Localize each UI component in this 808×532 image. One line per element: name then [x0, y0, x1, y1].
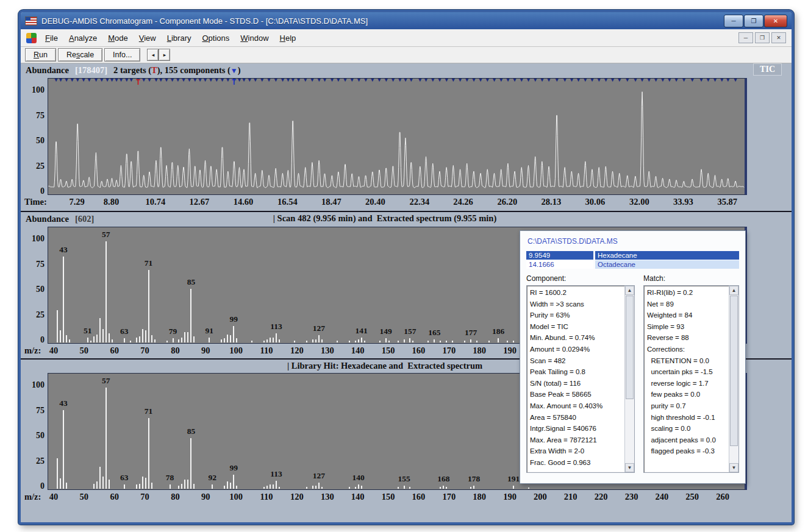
list-item[interactable]: Max. Amount = 0.403%	[530, 400, 624, 412]
hit-row[interactable]: 14.1666Octadecane	[526, 260, 739, 269]
list-item[interactable]: high threshold = -0.1	[647, 412, 729, 424]
spectrum-bar	[273, 484, 274, 489]
menu-help[interactable]: Help	[274, 31, 302, 45]
list-item[interactable]: scaling = 0.0	[647, 423, 729, 434]
time-tick: 10.74	[146, 197, 166, 207]
list-item[interactable]: Corrections:	[647, 344, 729, 355]
spectrum-bar	[142, 477, 143, 489]
component-listbox[interactable]: RI = 1600.2Width = >3 scansPurity = 63%M…	[526, 285, 635, 473]
spectrum-bar	[315, 486, 316, 489]
list-item[interactable]: Area = 575840	[530, 412, 624, 424]
info-button[interactable]: Info...	[104, 48, 140, 62]
spectrum-bar	[427, 341, 429, 342]
list-item[interactable]: RI = 1600.2	[530, 287, 624, 299]
chromatogram-header: Abundance [178407] 2 targets (T), 155 co…	[21, 63, 792, 78]
list-item[interactable]: RETENTION = 0.0	[647, 355, 729, 367]
mdi-restore-button[interactable]: ❐	[755, 32, 770, 43]
scroll-down-icon[interactable]: ▼	[729, 463, 738, 472]
peak-label: 78	[166, 473, 174, 483]
mdi-minimize-button[interactable]: ─	[738, 32, 753, 43]
list-item[interactable]: Base Peak = 58665	[530, 389, 624, 400]
list-item[interactable]: Amount = 0.0294%	[530, 344, 624, 355]
prev-arrow-button[interactable]: ◂	[147, 49, 159, 61]
list-item[interactable]: Width = >3 scans	[530, 299, 624, 310]
spectrum-bar	[446, 487, 447, 489]
spectrum-bar	[318, 335, 320, 342]
list-item[interactable]: Purity = 63%	[530, 310, 624, 321]
list-item[interactable]: Frac. Good = 0.963	[530, 457, 624, 469]
list-item[interactable]: uncertain pks = -1.5	[647, 366, 729, 378]
peak-label: 127	[313, 471, 325, 481]
scroll-up-icon[interactable]: ▲	[729, 286, 738, 295]
match-listbox[interactable]: RI-RI(lib) = 0.2Net = 89Weighted = 84Sim…	[643, 285, 739, 473]
list-item[interactable]: Net = 89	[647, 299, 729, 310]
menu-view[interactable]: View	[134, 31, 162, 45]
list-item[interactable]: Extra Width = 2-0	[530, 445, 624, 457]
list-item[interactable]: Scan = 482	[530, 355, 624, 367]
menu-file[interactable]: File	[40, 31, 63, 45]
close-button[interactable]: ✕	[764, 15, 787, 27]
list-item[interactable]: RI-RI(lib) = 0.2	[647, 287, 729, 299]
y-tick: 75	[36, 260, 45, 269]
app-icon	[25, 16, 37, 26]
list-item[interactable]: Max. Area = 7872121	[530, 434, 624, 446]
component-scrollbar[interactable]: ▲ ▼	[624, 286, 634, 472]
tic-button[interactable]: TIC	[753, 63, 782, 76]
list-item[interactable]: reverse logic = 1.7	[647, 378, 729, 389]
spectrum-bar	[349, 487, 350, 489]
list-item[interactable]: S/N (total) = 116	[530, 378, 624, 389]
spectrum-bar	[294, 341, 295, 342]
run-button[interactable]: Run	[25, 48, 56, 62]
spectrum-bar	[355, 341, 356, 342]
spectrum-bar	[66, 335, 67, 342]
titlebar[interactable]: DEBUG-AMDIS Chromatogram - Component Mod…	[21, 12, 792, 29]
spectrum-bar	[498, 338, 499, 342]
spectrum-bar	[321, 339, 323, 342]
list-item[interactable]: Intgr.Signal = 540676	[530, 423, 624, 434]
spectrum-bar	[279, 339, 280, 342]
scrollbar-thumb[interactable]	[730, 296, 738, 446]
list-item[interactable]: Peak Tailing = 0.8	[530, 366, 624, 378]
mz-tick: 40	[49, 346, 59, 356]
list-item[interactable]: Weighted = 84	[647, 310, 729, 321]
spectrum-bar	[221, 339, 222, 342]
menu-analyze[interactable]: Analyze	[63, 31, 102, 45]
menu-mode[interactable]: Mode	[102, 31, 134, 45]
spectrum-bar	[266, 486, 268, 489]
mz-tick: 150	[382, 492, 395, 502]
chromatogram-plot[interactable]: ▼▼▼▼▼▼▼▼▼▼▼▼▼▼▼▼▼▼▼▼▼▼▼▼▼▼▼▼▼▼▼▼▼▼▼▼▼▼▼▼…	[48, 78, 747, 195]
rescale-button[interactable]: Rescale	[58, 48, 102, 62]
list-item[interactable]: purity = 0.7	[647, 400, 729, 412]
match-scrollbar[interactable]: ▲ ▼	[729, 286, 738, 472]
minimize-button[interactable]: ─	[724, 15, 743, 27]
y-tick: 100	[32, 234, 45, 243]
menu-options[interactable]: Options	[196, 31, 235, 45]
list-item[interactable]: adjacent peaks = 0.0	[647, 434, 729, 446]
scroll-up-icon[interactable]: ▲	[625, 286, 634, 295]
list-item[interactable]: Reverse = 88	[647, 332, 729, 344]
next-arrow-button[interactable]: ▸	[159, 49, 170, 61]
maximize-button[interactable]: ❐	[744, 15, 763, 27]
list-item[interactable]: Min. Abund. = 0.74%	[530, 332, 624, 344]
spectrum-bar	[193, 484, 195, 489]
menu-window[interactable]: Window	[235, 31, 274, 45]
list-item[interactable]: few peaks = 0.0	[647, 389, 729, 400]
peak-label: 99	[229, 463, 238, 473]
maximize-icon: ❐	[751, 18, 757, 24]
spectrum-bar	[349, 341, 350, 342]
scroll-down-icon[interactable]: ▼	[625, 463, 634, 472]
peak-label: 113	[270, 322, 282, 332]
mz-tick: 190	[503, 492, 517, 502]
list-item[interactable]: Model = TIC	[530, 321, 624, 333]
time-axis-label: Time:	[24, 197, 47, 207]
mdi-close-button[interactable]: ✕	[771, 32, 786, 43]
mz-tick: 80	[171, 492, 180, 502]
scrollbar-thumb[interactable]	[626, 296, 634, 399]
window-title: DEBUG-AMDIS Chromatogram - Component Mod…	[41, 16, 720, 26]
list-item[interactable]: Simple = 93	[647, 321, 729, 333]
hit-row[interactable]: 9.9549Hexadecane	[526, 251, 739, 260]
spectrum-bar	[166, 341, 168, 342]
list-item[interactable]: flagged peaks = -0.3	[647, 445, 729, 457]
menu-library[interactable]: Library	[162, 31, 197, 45]
spectrum-bar	[464, 341, 465, 342]
